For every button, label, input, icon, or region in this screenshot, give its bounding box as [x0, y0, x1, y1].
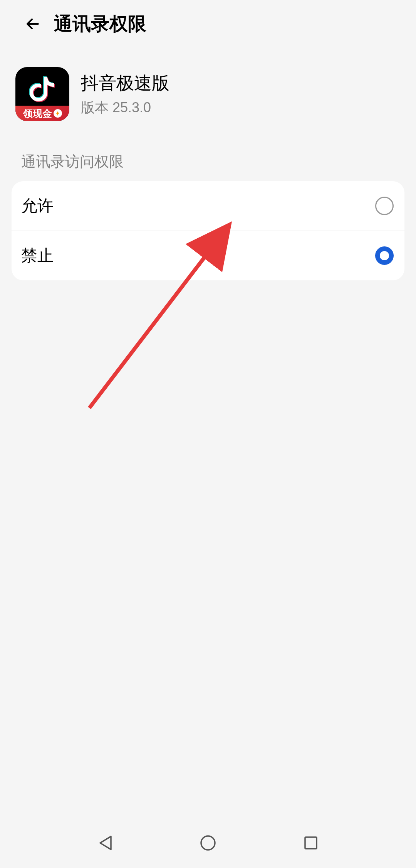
options-card: 允许 禁止 — [12, 181, 404, 280]
app-icon: 领现金 — [15, 67, 69, 121]
app-name: 抖音极速版 — [81, 71, 169, 95]
back-button[interactable] — [23, 14, 42, 34]
app-version: 版本 25.3.0 — [81, 98, 169, 117]
tiktok-logo-icon — [28, 74, 57, 103]
nav-recents-button[interactable] — [299, 831, 322, 855]
circle-home-icon — [200, 835, 216, 851]
triangle-back-icon — [98, 835, 112, 851]
section-title: 通讯录访问权限 — [0, 137, 416, 181]
svg-point-2 — [201, 836, 215, 850]
option-allow-label: 允许 — [21, 195, 54, 217]
option-deny[interactable]: 禁止 — [12, 231, 404, 280]
cash-banner: 领现金 — [15, 106, 69, 121]
page-header: 通讯录权限 — [0, 0, 416, 48]
option-deny-label: 禁止 — [21, 245, 54, 266]
system-nav-bar — [0, 818, 416, 868]
radio-unchecked-icon — [375, 197, 394, 215]
app-info-section: 领现金 抖音极速版 版本 25.3.0 — [0, 48, 416, 137]
bolt-icon — [54, 109, 62, 118]
nav-back-button[interactable] — [94, 831, 117, 855]
app-details: 抖音极速版 版本 25.3.0 — [81, 71, 169, 117]
square-recents-icon — [304, 836, 318, 850]
nav-home-button[interactable] — [196, 831, 220, 855]
svg-rect-3 — [305, 837, 317, 849]
page-title: 通讯录权限 — [54, 12, 146, 36]
option-allow[interactable]: 允许 — [12, 181, 404, 231]
cash-banner-text: 领现金 — [23, 107, 52, 120]
arrow-left-icon — [23, 15, 42, 33]
radio-checked-icon — [375, 246, 394, 265]
